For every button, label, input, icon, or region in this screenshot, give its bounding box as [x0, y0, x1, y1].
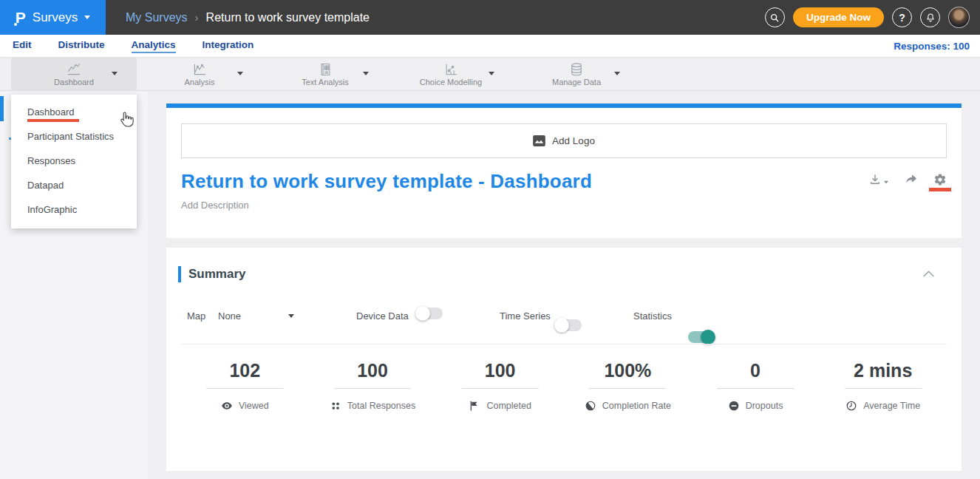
breadcrumb-current-survey: Return to work survey template: [206, 11, 370, 24]
add-description-placeholder[interactable]: Add Description: [181, 200, 947, 211]
time-series-label: Time Series: [500, 308, 551, 324]
scatter-chart-icon: [441, 62, 460, 77]
map-select[interactable]: None: [218, 308, 241, 324]
tab-analytics[interactable]: Analytics: [132, 39, 176, 53]
stat-average-time: 2 mins Average Time: [819, 359, 947, 412]
stat-completion-rate: 100% Completion Rate: [564, 359, 692, 412]
notifications-button[interactable]: [920, 7, 940, 27]
collapse-section-button[interactable]: [922, 268, 935, 281]
section-accent-bar: [178, 266, 181, 282]
summary-title: Summary: [188, 267, 245, 282]
upgrade-now-button[interactable]: Upgrade Now: [793, 7, 884, 27]
breadcrumb-my-surveys[interactable]: My Surveys: [126, 11, 188, 24]
chevron-down-icon[interactable]: [489, 72, 494, 75]
user-avatar[interactable]: [948, 7, 970, 28]
line-chart-icon: [64, 62, 84, 77]
database-icon: [567, 62, 586, 77]
eye-icon: [221, 400, 233, 412]
settings-button[interactable]: [933, 173, 947, 186]
menu-item-responses[interactable]: Responses: [11, 149, 137, 173]
page-background-strip: [148, 471, 980, 479]
map-select-caret[interactable]: [288, 308, 294, 324]
dashboard-dropdown-menu: Dashboard Participant Statistics Respons…: [11, 95, 137, 228]
tab-distribute[interactable]: Distribute: [58, 39, 105, 53]
chevron-down-icon: [84, 16, 90, 19]
summary-header: Summary: [166, 248, 962, 282]
settings-highlight-underline: [929, 188, 951, 191]
survey-nav-tabs: Edit Distribute Analytics Integration Re…: [0, 35, 980, 58]
toolbar-manage-data-button[interactable]: Manage Data: [514, 58, 639, 91]
summary-controls: Map None Device Data Time Series Statist…: [166, 308, 962, 324]
menu-item-dashboard[interactable]: Dashboard: [11, 100, 137, 124]
share-icon: [905, 173, 918, 186]
minus-circle-icon: [728, 400, 740, 412]
page-title[interactable]: Return to work survey template - Dashboa…: [181, 170, 592, 193]
chevron-down-icon[interactable]: [112, 72, 118, 75]
title-actions: [868, 170, 947, 186]
device-data-toggle[interactable]: [416, 308, 443, 319]
bell-icon: [925, 13, 936, 23]
active-item-indicator: [0, 96, 4, 121]
add-logo-dropzone[interactable]: Add Logo: [181, 123, 947, 158]
breadcrumb: My Surveys › Return to work survey templ…: [126, 11, 370, 24]
device-data-label: Device Data: [356, 308, 409, 324]
toolbar-dashboard-button[interactable]: Dashboard: [11, 58, 137, 91]
chevron-up-icon: [922, 269, 935, 278]
menu-item-participant-statistics[interactable]: Participant Statistics: [11, 124, 137, 149]
statistics-label: Statistics: [633, 308, 672, 324]
menu-item-infographic[interactable]: InfoGraphic: [11, 197, 137, 222]
flag-icon: [469, 400, 480, 412]
toolbar-text-analysis-button[interactable]: Text Analysis: [262, 58, 388, 91]
chevron-down-icon[interactable]: [363, 72, 369, 75]
share-button[interactable]: [905, 173, 918, 186]
download-icon: [868, 173, 882, 186]
card-accent-bar: [166, 103, 962, 108]
time-series-toggle[interactable]: [555, 319, 582, 331]
toolbar-analysis-button[interactable]: Analysis: [137, 58, 262, 91]
text-grid-icon: [316, 62, 335, 77]
search-button[interactable]: [765, 7, 785, 27]
download-button[interactable]: [868, 173, 889, 186]
dots-grid-icon: [330, 400, 341, 412]
image-icon: [533, 135, 545, 146]
toolbar-choice-modelling-button[interactable]: Choice Modelling: [388, 58, 514, 91]
line-chart-icon: [190, 62, 209, 77]
survey-header-card: Add Logo Return to work survey template …: [166, 103, 962, 238]
tab-integration[interactable]: Integration: [203, 39, 254, 53]
stat-viewed: 102 Viewed: [181, 359, 309, 412]
stat-completed: 100 Completed: [436, 359, 564, 412]
section-divider: [181, 344, 947, 344]
contrast-circle-icon: [585, 400, 596, 412]
statistics-toggle[interactable]: [688, 331, 715, 343]
clock-icon: [845, 400, 857, 412]
breadcrumb-separator: ›: [195, 11, 199, 24]
chevron-down-icon: [288, 314, 294, 318]
help-button[interactable]: ?: [892, 7, 912, 27]
stat-dropouts: 0 Dropouts: [692, 359, 820, 412]
search-icon: [769, 13, 780, 23]
product-label: Surveys: [33, 10, 78, 25]
menu-item-datapad[interactable]: Datapad: [11, 173, 137, 197]
statistics-row: 102 Viewed 100 Total Responses 100: [181, 359, 947, 412]
topbar-actions: Upgrade Now ?: [765, 7, 980, 28]
questionpro-logo: P: [16, 10, 26, 25]
surveys-product-switcher[interactable]: P Surveys: [0, 0, 106, 35]
analytics-toolbar: Dashboard Analysis Text Analysis Choice …: [0, 58, 980, 91]
title-row: Return to work survey template - Dashboa…: [181, 170, 947, 193]
gear-icon: [933, 173, 947, 186]
stat-total-responses: 100 Total Responses: [309, 359, 437, 412]
active-menu-underline: [27, 119, 79, 122]
chevron-down-icon[interactable]: [614, 72, 620, 75]
summary-card: Summary Map None Device Data Time Series…: [166, 248, 962, 471]
tab-edit[interactable]: Edit: [13, 39, 32, 53]
chevron-down-icon[interactable]: [237, 72, 243, 75]
top-bar: P Surveys My Surveys › Return to work su…: [0, 0, 980, 35]
responses-count[interactable]: Responses: 100: [894, 41, 970, 52]
survey-analytics-page: P Surveys My Surveys › Return to work su…: [0, 0, 980, 479]
map-label: Map: [187, 308, 205, 324]
chevron-down-icon: [884, 180, 888, 183]
